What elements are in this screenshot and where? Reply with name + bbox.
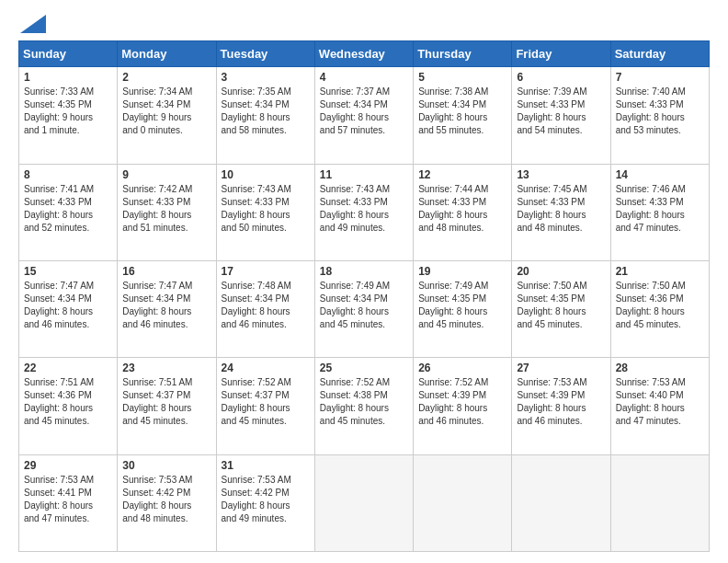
cell-details: Sunrise: 7:34 AMSunset: 4:34 PMDaylight:… bbox=[122, 86, 210, 137]
day-number: 20 bbox=[517, 265, 605, 278]
day-cell-31: 31Sunrise: 7:53 AMSunset: 4:42 PMDayligh… bbox=[216, 454, 314, 551]
day-number: 27 bbox=[517, 362, 605, 374]
day-cell-16: 16Sunrise: 7:47 AMSunset: 4:34 PMDayligh… bbox=[118, 260, 216, 357]
week-row-2: 8Sunrise: 7:41 AMSunset: 4:33 PMDaylight… bbox=[19, 164, 710, 260]
day-number: 31 bbox=[222, 459, 310, 472]
empty-cell bbox=[610, 454, 709, 551]
week-row-1: 1Sunrise: 7:33 AMSunset: 4:35 PMDaylight… bbox=[19, 67, 710, 164]
cell-details: Sunrise: 7:45 AMSunset: 4:33 PMDaylight:… bbox=[517, 183, 605, 235]
day-cell-7: 7Sunrise: 7:40 AMSunset: 4:33 PMDaylight… bbox=[610, 67, 709, 164]
logo-icon bbox=[20, 15, 46, 33]
cell-details: Sunrise: 7:38 AMSunset: 4:34 PMDaylight:… bbox=[418, 86, 506, 137]
weekday-monday: Monday bbox=[118, 41, 216, 67]
week-row-4: 22Sunrise: 7:51 AMSunset: 4:36 PMDayligh… bbox=[19, 358, 710, 454]
day-number: 4 bbox=[320, 71, 408, 84]
day-number: 25 bbox=[320, 362, 408, 374]
day-cell-10: 10Sunrise: 7:43 AMSunset: 4:33 PMDayligh… bbox=[216, 164, 314, 260]
day-number: 29 bbox=[24, 459, 112, 472]
day-number: 22 bbox=[24, 362, 112, 374]
day-number: 10 bbox=[222, 168, 310, 181]
day-number: 3 bbox=[222, 71, 310, 84]
cell-details: Sunrise: 7:52 AMSunset: 4:39 PMDaylight:… bbox=[418, 376, 506, 428]
cell-details: Sunrise: 7:41 AMSunset: 4:33 PMDaylight:… bbox=[24, 183, 112, 235]
day-number: 5 bbox=[418, 71, 506, 84]
cell-details: Sunrise: 7:47 AMSunset: 4:34 PMDaylight:… bbox=[122, 280, 210, 331]
day-number: 9 bbox=[122, 168, 210, 181]
empty-cell bbox=[512, 454, 610, 551]
weekday-header-row: SundayMondayTuesdayWednesdayThursdayFrid… bbox=[19, 41, 710, 67]
cell-details: Sunrise: 7:51 AMSunset: 4:36 PMDaylight:… bbox=[24, 376, 112, 428]
day-cell-23: 23Sunrise: 7:51 AMSunset: 4:37 PMDayligh… bbox=[118, 358, 216, 454]
cell-details: Sunrise: 7:53 AMSunset: 4:42 PMDaylight:… bbox=[122, 474, 210, 525]
cell-details: Sunrise: 7:53 AMSunset: 4:39 PMDaylight:… bbox=[517, 376, 605, 428]
cell-details: Sunrise: 7:53 AMSunset: 4:40 PMDaylight:… bbox=[616, 376, 704, 428]
cell-details: Sunrise: 7:33 AMSunset: 4:35 PMDaylight:… bbox=[24, 86, 112, 137]
day-cell-30: 30Sunrise: 7:53 AMSunset: 4:42 PMDayligh… bbox=[118, 454, 216, 551]
day-number: 8 bbox=[24, 168, 112, 181]
cell-details: Sunrise: 7:37 AMSunset: 4:34 PMDaylight:… bbox=[320, 86, 408, 137]
weekday-saturday: Saturday bbox=[610, 41, 709, 67]
day-cell-5: 5Sunrise: 7:38 AMSunset: 4:34 PMDaylight… bbox=[414, 67, 512, 164]
day-cell-28: 28Sunrise: 7:53 AMSunset: 4:40 PMDayligh… bbox=[610, 358, 709, 454]
cell-details: Sunrise: 7:43 AMSunset: 4:33 PMDaylight:… bbox=[222, 183, 310, 235]
cell-details: Sunrise: 7:46 AMSunset: 4:33 PMDaylight:… bbox=[616, 183, 704, 235]
day-number: 6 bbox=[517, 71, 605, 84]
day-number: 30 bbox=[122, 459, 210, 472]
day-number: 7 bbox=[616, 71, 704, 84]
cell-details: Sunrise: 7:42 AMSunset: 4:33 PMDaylight:… bbox=[122, 183, 210, 235]
day-cell-29: 29Sunrise: 7:53 AMSunset: 4:41 PMDayligh… bbox=[19, 454, 118, 551]
cell-details: Sunrise: 7:52 AMSunset: 4:38 PMDaylight:… bbox=[320, 376, 408, 428]
day-cell-13: 13Sunrise: 7:45 AMSunset: 4:33 PMDayligh… bbox=[512, 164, 610, 260]
calendar-table: SundayMondayTuesdayWednesdayThursdayFrid… bbox=[18, 40, 710, 552]
day-cell-27: 27Sunrise: 7:53 AMSunset: 4:39 PMDayligh… bbox=[512, 358, 610, 454]
day-cell-20: 20Sunrise: 7:50 AMSunset: 4:35 PMDayligh… bbox=[512, 260, 610, 357]
cell-details: Sunrise: 7:40 AMSunset: 4:33 PMDaylight:… bbox=[616, 86, 704, 137]
cell-details: Sunrise: 7:47 AMSunset: 4:34 PMDaylight:… bbox=[24, 280, 112, 331]
empty-cell bbox=[414, 454, 512, 551]
day-cell-26: 26Sunrise: 7:52 AMSunset: 4:39 PMDayligh… bbox=[414, 358, 512, 454]
day-number: 16 bbox=[122, 265, 210, 278]
day-cell-4: 4Sunrise: 7:37 AMSunset: 4:34 PMDaylight… bbox=[314, 67, 413, 164]
cell-details: Sunrise: 7:51 AMSunset: 4:37 PMDaylight:… bbox=[122, 376, 210, 428]
day-number: 11 bbox=[320, 168, 408, 181]
day-cell-9: 9Sunrise: 7:42 AMSunset: 4:33 PMDaylight… bbox=[118, 164, 216, 260]
day-cell-11: 11Sunrise: 7:43 AMSunset: 4:33 PMDayligh… bbox=[314, 164, 413, 260]
day-number: 17 bbox=[222, 265, 310, 278]
day-cell-25: 25Sunrise: 7:52 AMSunset: 4:38 PMDayligh… bbox=[314, 358, 413, 454]
empty-cell bbox=[314, 454, 413, 551]
day-cell-2: 2Sunrise: 7:34 AMSunset: 4:34 PMDaylight… bbox=[118, 67, 216, 164]
day-number: 1 bbox=[24, 71, 112, 84]
day-cell-8: 8Sunrise: 7:41 AMSunset: 4:33 PMDaylight… bbox=[19, 164, 118, 260]
weekday-sunday: Sunday bbox=[19, 41, 118, 67]
day-cell-18: 18Sunrise: 7:49 AMSunset: 4:34 PMDayligh… bbox=[314, 260, 413, 357]
day-cell-17: 17Sunrise: 7:48 AMSunset: 4:34 PMDayligh… bbox=[216, 260, 314, 357]
day-number: 19 bbox=[418, 265, 506, 278]
svg-marker-0 bbox=[20, 15, 46, 33]
cell-details: Sunrise: 7:44 AMSunset: 4:33 PMDaylight:… bbox=[418, 183, 506, 235]
day-cell-21: 21Sunrise: 7:50 AMSunset: 4:36 PMDayligh… bbox=[610, 260, 709, 357]
cell-details: Sunrise: 7:48 AMSunset: 4:34 PMDaylight:… bbox=[222, 280, 310, 331]
header bbox=[18, 15, 710, 31]
day-number: 28 bbox=[616, 362, 704, 374]
logo bbox=[18, 15, 46, 31]
day-number: 14 bbox=[616, 168, 704, 181]
weekday-thursday: Thursday bbox=[414, 41, 512, 67]
day-number: 24 bbox=[222, 362, 310, 374]
cell-details: Sunrise: 7:53 AMSunset: 4:41 PMDaylight:… bbox=[24, 474, 112, 525]
cell-details: Sunrise: 7:43 AMSunset: 4:33 PMDaylight:… bbox=[320, 183, 408, 235]
day-number: 26 bbox=[418, 362, 506, 374]
day-number: 21 bbox=[616, 265, 704, 278]
weekday-friday: Friday bbox=[512, 41, 610, 67]
day-cell-6: 6Sunrise: 7:39 AMSunset: 4:33 PMDaylight… bbox=[512, 67, 610, 164]
day-number: 15 bbox=[24, 265, 112, 278]
day-cell-14: 14Sunrise: 7:46 AMSunset: 4:33 PMDayligh… bbox=[610, 164, 709, 260]
day-cell-1: 1Sunrise: 7:33 AMSunset: 4:35 PMDaylight… bbox=[19, 67, 118, 164]
day-cell-3: 3Sunrise: 7:35 AMSunset: 4:34 PMDaylight… bbox=[216, 67, 314, 164]
cell-details: Sunrise: 7:49 AMSunset: 4:34 PMDaylight:… bbox=[320, 280, 408, 331]
cell-details: Sunrise: 7:53 AMSunset: 4:42 PMDaylight:… bbox=[222, 474, 310, 525]
weekday-tuesday: Tuesday bbox=[216, 41, 314, 67]
page: SundayMondayTuesdayWednesdayThursdayFrid… bbox=[0, 0, 728, 563]
day-cell-24: 24Sunrise: 7:52 AMSunset: 4:37 PMDayligh… bbox=[216, 358, 314, 454]
cell-details: Sunrise: 7:39 AMSunset: 4:33 PMDaylight:… bbox=[517, 86, 605, 137]
week-row-5: 29Sunrise: 7:53 AMSunset: 4:41 PMDayligh… bbox=[19, 454, 710, 551]
